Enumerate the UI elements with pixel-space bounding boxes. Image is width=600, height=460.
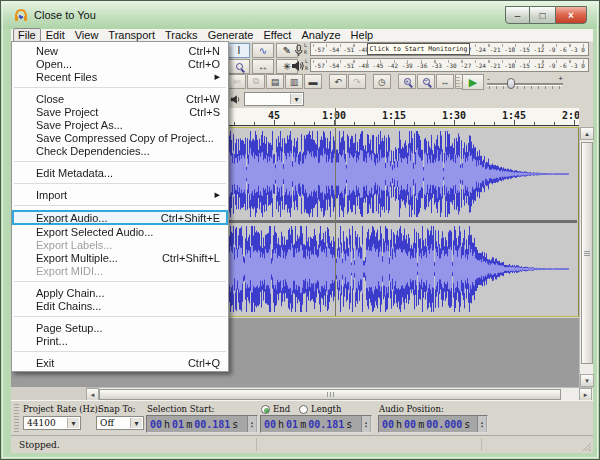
scroll-up-button[interactable]: ▴ <box>580 127 594 140</box>
menubar-item-effect[interactable]: Effect <box>259 29 297 41</box>
slider-ticks <box>489 86 561 89</box>
length-radio[interactable]: Length <box>299 404 341 414</box>
menu-item-label: Open... <box>36 58 188 70</box>
minimize-icon: – <box>515 10 521 21</box>
cut-button: ✄ <box>228 74 246 89</box>
time-digits: 00 <box>382 419 394 430</box>
fit-selection-button[interactable]: ↔ <box>436 74 454 89</box>
file-menu-item-open[interactable]: Open...Ctrl+O <box>12 57 228 70</box>
file-menu-item-close[interactable]: CloseCtrl+W <box>12 92 228 105</box>
time-field-spinner[interactable]: ▴▾ <box>361 416 370 432</box>
file-menu-item-new[interactable]: NewCtrl+N <box>12 44 228 57</box>
scroll-down-button[interactable]: ▾ <box>580 374 594 387</box>
spinner-down-icon: ▾ <box>250 424 253 428</box>
menu-separator <box>14 316 226 317</box>
file-menu-dropdown: NewCtrl+NOpen...Ctrl+ORecent Files▸Close… <box>11 41 229 372</box>
meter-scale-value: -18 <box>504 62 515 69</box>
slider-thumb[interactable] <box>507 78 515 89</box>
file-menu-item-print[interactable]: Print... <box>12 334 228 347</box>
selection-start-field[interactable]: 00h01m00.181s▴▾ <box>146 415 258 433</box>
scroll-right-icon: ▸ <box>584 391 588 399</box>
file-menu-item-export-audio[interactable]: Export Audio...Ctrl+Shift+E <box>12 210 228 225</box>
magnifier-sign: − <box>424 78 429 85</box>
silence-audio-button[interactable]: ▬ <box>304 74 322 89</box>
file-menu-item-import[interactable]: Import▸ <box>12 188 228 201</box>
menubar-item-tracks[interactable]: Tracks <box>160 29 203 41</box>
ruler-label: 1:00 <box>322 110 346 121</box>
file-menu-item-save-compressed-copy-of-project[interactable]: Save Compressed Copy of Project... <box>12 131 228 144</box>
vertical-scrollbar-thumb[interactable] <box>581 142 593 364</box>
horizontal-scrollbar-thumb[interactable] <box>99 389 561 400</box>
status-text: Stopped. <box>19 440 60 450</box>
menubar-item-help[interactable]: Help <box>346 29 379 41</box>
ruler-tick <box>434 122 435 125</box>
file-menu-item-exit[interactable]: ExitCtrl+Q <box>12 356 228 369</box>
meter-scale-value: -6 <box>559 62 566 69</box>
file-menu-item-page-setup[interactable]: Page Setup... <box>12 321 228 334</box>
vertical-scrollbar[interactable]: ▴ ▾ <box>579 127 593 387</box>
status-divider <box>481 438 482 451</box>
sync-lock-button[interactable]: ◷ <box>373 74 391 89</box>
time-unit: s <box>346 419 352 430</box>
file-menu-item-edit-chains[interactable]: Edit Chains... <box>12 299 228 312</box>
monitor-tooltip[interactable]: Click to Start Monitoring <box>367 43 470 55</box>
envelope-tool[interactable]: ∿ <box>252 43 274 58</box>
end-radio[interactable]: End <box>261 404 290 414</box>
zoom-out-button[interactable]: − <box>417 74 435 89</box>
maximize-button[interactable]: □ <box>530 6 555 24</box>
close-button[interactable]: × <box>555 6 587 24</box>
project-rate-select[interactable]: 44100 <box>23 416 81 430</box>
ruler-tick <box>234 122 235 125</box>
menubar-item-view[interactable]: View <box>70 29 104 41</box>
file-menu-item-recent-files[interactable]: Recent Files▸ <box>12 70 228 83</box>
spinner-down-icon: ▾ <box>364 424 367 428</box>
submenu-arrow-icon: ▸ <box>214 70 220 83</box>
output-device-select[interactable] <box>244 92 304 106</box>
file-menu-item-apply-chain[interactable]: Apply Chain... <box>12 286 228 299</box>
close-icon: × <box>568 10 574 21</box>
speaker-icon[interactable] <box>291 60 305 72</box>
menubar-item-file[interactable]: File <box>13 28 41 42</box>
playback-meter-left-label: L <box>305 59 308 64</box>
time-digits: 00 <box>150 419 162 430</box>
file-menu-item-save-project[interactable]: Save ProjectCtrl+S <box>12 105 228 118</box>
file-menu-item-check-dependencies[interactable]: Check Dependencies... <box>12 144 228 157</box>
meter-scale-value: -9 <box>548 46 555 53</box>
window-title: Close to You <box>34 9 96 21</box>
title-bar[interactable]: Close to You – □ × <box>1 1 600 29</box>
zoom-tool[interactable] <box>228 59 250 74</box>
menu-item-label: Save Compressed Copy of Project... <box>36 132 220 144</box>
menubar-item-edit[interactable]: Edit <box>41 29 70 41</box>
play-at-speed-button[interactable]: ▶ <box>462 74 484 90</box>
time-field-spinner[interactable]: ▴▾ <box>247 416 256 432</box>
snap-to-select[interactable]: Off <box>96 416 144 430</box>
menu-item-label: Print... <box>36 335 220 347</box>
toolbar-grip[interactable] <box>14 404 19 433</box>
zoom-tool-icon <box>236 63 243 70</box>
tools-toolbar-row1: I∿✎ <box>228 43 300 58</box>
ruler-label: 1:15 <box>382 110 406 121</box>
playback-speed-slider[interactable]: - + <box>485 74 565 90</box>
playback-meter[interactable]: -57-54-51-48-45-42-39-36-33-30-27-24-21-… <box>310 58 589 72</box>
minimize-button[interactable]: – <box>505 6 530 24</box>
menubar-item-analyze[interactable]: Analyze <box>296 29 345 41</box>
time-field-spinner[interactable]: ▴▾ <box>477 416 486 432</box>
trim-audio-button[interactable]: ▥ <box>285 74 303 89</box>
time-shift-tool[interactable]: ↔ <box>252 59 274 74</box>
file-menu-item-export-multiple[interactable]: Export Multiple...Ctrl+Shift+L <box>12 251 228 264</box>
undo-button[interactable]: ↶ <box>329 74 347 89</box>
file-menu-item-export-selected-audio[interactable]: Export Selected Audio... <box>12 225 228 238</box>
selection-tool[interactable]: I <box>228 43 250 58</box>
toolbar-grip[interactable] <box>456 74 460 89</box>
resize-grip[interactable] <box>580 440 591 451</box>
selection-end-field[interactable]: 00h01m00.181s▴▾ <box>260 415 372 433</box>
horizontal-scrollbar[interactable]: ◂ ▸ <box>86 387 593 400</box>
file-menu-item-edit-metadata[interactable]: Edit Metadata... <box>12 166 228 179</box>
zoom-in-button[interactable]: + <box>398 74 416 89</box>
file-menu-item-save-project-as[interactable]: Save Project As... <box>12 118 228 131</box>
audio-position-field[interactable]: 00h00m00.000s▴▾ <box>378 415 488 433</box>
menubar-item-transport[interactable]: Transport <box>103 29 160 41</box>
paste-button[interactable]: ▤ <box>266 74 284 89</box>
menubar-item-generate[interactable]: Generate <box>203 29 259 41</box>
time-digits: 00.181 <box>194 419 230 430</box>
